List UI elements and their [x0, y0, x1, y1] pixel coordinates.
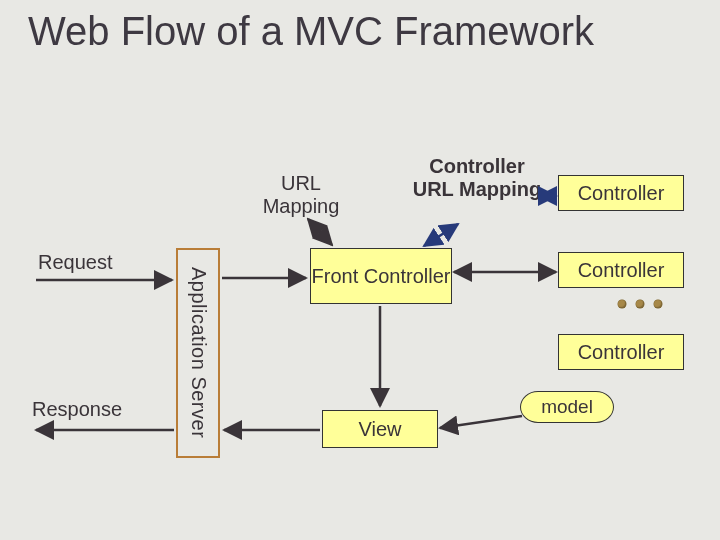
controller-box-3: Controller — [558, 334, 684, 370]
response-label: Response — [32, 398, 122, 421]
controller-box-2: Controller — [558, 252, 684, 288]
dot-icon — [618, 300, 626, 308]
ellipsis-dots — [618, 300, 662, 308]
arrow-model-to-view — [440, 416, 522, 428]
arrow-frontcontroller-urlmapping — [308, 219, 332, 245]
dot-icon — [654, 300, 662, 308]
view-box: View — [322, 410, 438, 448]
page-title: Web Flow of a MVC Framework — [28, 8, 594, 54]
request-label: Request — [38, 251, 113, 274]
front-controller-box: Front Controller — [310, 248, 452, 304]
dot-icon — [636, 300, 644, 308]
controller-url-mapping-label: Controller URL Mapping — [412, 155, 542, 201]
arrow-frontcontroller-controllerurl — [424, 224, 458, 246]
url-mapping-label: URL Mapping — [246, 172, 356, 218]
application-server-box: Application Server — [176, 248, 220, 458]
model-box: model — [520, 391, 614, 423]
controller-box-1: Controller — [558, 175, 684, 211]
application-server-label: Application Server — [187, 267, 210, 438]
